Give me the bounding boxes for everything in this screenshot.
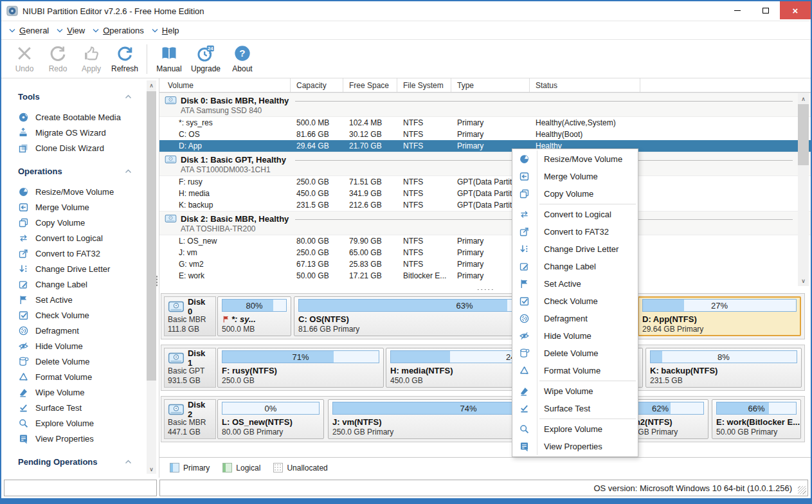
context-menu-item-format-volume[interactable]: Format Volume (512, 362, 638, 379)
table-row[interactable]: F: rusy250.0 GB71.51 GBNTFSGPT(Data Part… (159, 176, 811, 188)
partition-block-sys-res[interactable]: 80% *: sy... 500.0 MB (217, 296, 291, 336)
button-label: Upgrade (191, 64, 221, 73)
table-row-selected[interactable]: D: App29.64 GB21.70 GBNTFSPrimaryHealthy (159, 140, 811, 152)
disk-group-row[interactable]: Disk 0: Basic MBR, Healthy ATA Samsung S… (159, 93, 811, 117)
sidebar-item-change-label[interactable]: Change Label (1, 276, 159, 292)
table-row[interactable]: H: media450.0 GB341.9 GBNTFSGPT(Data Par… (159, 188, 811, 199)
context-menu-item-hide-volume[interactable]: Hide Volume (512, 327, 638, 345)
partition-block-k-backup[interactable]: 8% K: backup(NTFS) 231.5 GB (645, 348, 802, 388)
table-row[interactable]: *: sys_res500.0 MB102.4 MBNTFSPrimaryHea… (159, 117, 811, 129)
minimize-button[interactable] (723, 1, 752, 19)
menu-item-label: Resize/Move Volume (544, 154, 622, 164)
context-menu-item-merge-volume[interactable]: Merge Volume (512, 168, 638, 185)
scroll-up-arrow[interactable]: ∧ (798, 93, 809, 104)
table-row[interactable]: K: backup231.5 GB212.6 GBNTFSGPT(Data Pa… (159, 199, 811, 211)
apply-icon (82, 44, 100, 62)
table-splitter-handle[interactable] (159, 289, 811, 291)
disk-label-block[interactable]: Disk 0 Basic MBR 111.8 GB (164, 296, 216, 336)
partition-block-f-rusy[interactable]: 71% F: rusy(NTFS) 250.0 GB (217, 348, 384, 388)
sidebar-item-convert-to-fat32[interactable]: Convert to FAT32 (1, 246, 159, 261)
sidebar-splitter-handle[interactable] (156, 275, 158, 287)
manual-button[interactable]: Manual (152, 44, 186, 73)
context-menu-item-explore-volume[interactable]: Explore Volume (512, 420, 638, 438)
undo-button[interactable]: Undo (8, 44, 41, 73)
context-menu-item-surface-test[interactable]: Surface Test (512, 400, 638, 417)
table-scrollbar[interactable]: ∧ ∨ (798, 93, 809, 286)
about-button[interactable]: About (226, 44, 259, 73)
context-menu-item-defragment[interactable]: Defragment (512, 310, 638, 327)
sidebar-item-copy-volume[interactable]: Copy Volume (1, 215, 159, 230)
context-menu-item-delete-volume[interactable]: Delete Volume (512, 345, 638, 362)
context-menu-item-change-drive-letter[interactable]: Change Drive Letter (512, 240, 638, 258)
sidebar-item-label: Surface Test (35, 403, 82, 413)
sidebar-section-pending-operations[interactable]: Pending Operations (1, 454, 159, 469)
sidebar-item-explore-volume[interactable]: Explore Volume (1, 415, 159, 431)
column-header-capacity[interactable]: Capacity (291, 78, 343, 92)
context-menu-item-set-active[interactable]: Set Active (512, 275, 638, 292)
table-row[interactable]: J: vm250.0 GB65.00 GBNTFSPrimary (159, 247, 811, 258)
sidebar-section-operations[interactable]: Operations (1, 163, 159, 179)
refresh-button[interactable]: Refresh (108, 44, 141, 73)
column-header-type[interactable]: Type (451, 78, 530, 92)
sidebar-item-defragment[interactable]: Defragment (1, 323, 159, 338)
sidebar-item-clone-disk-wizard[interactable]: Clone Disk Wizard (1, 140, 159, 156)
disk-icon (168, 351, 185, 365)
menu-help[interactable]: Help (152, 26, 187, 35)
scrollbar-thumb[interactable] (147, 91, 156, 381)
sidebar-section-tools[interactable]: Tools (1, 89, 159, 104)
disk-group-row[interactable]: Disk 1: Basic GPT, Healthy ATA ST1000DM0… (159, 152, 811, 176)
table-row[interactable]: C: OS81.66 GB30.12 GBNTFSPrimaryHealthy(… (159, 129, 811, 140)
partition-block-d-app-selected[interactable]: 27% D: App(NTFS) 29.64 GB Primary (638, 296, 801, 336)
partition-block-e-work[interactable]: 66% E: work(Bitlocker E... 50.00 GB Prim… (712, 399, 801, 439)
redo-button[interactable]: Redo (41, 44, 75, 73)
sidebar-scrollbar[interactable]: ∧ ∨ (147, 80, 156, 474)
sidebar-item-wipe-volume[interactable]: Wipe Volume (1, 384, 159, 400)
column-header-status[interactable]: Status (530, 78, 640, 92)
menu-view[interactable]: View (57, 26, 93, 35)
context-menu-item-convert-to-fat32[interactable]: Convert to FAT32 (512, 223, 638, 240)
sidebar-item-change-drive-letter[interactable]: Change Drive Letter (1, 261, 159, 276)
context-menu-item-convert-to-logical[interactable]: Convert to Logical (512, 206, 638, 223)
menu-operations[interactable]: Operations (93, 26, 152, 35)
context-menu-item-resize-move-volume[interactable]: Resize/Move Volume (512, 150, 638, 168)
sidebar-item-hide-volume[interactable]: Hide Volume (1, 338, 159, 354)
resize-grip[interactable] (798, 486, 806, 494)
scroll-down-arrow[interactable]: ∨ (798, 275, 809, 286)
context-menu-item-check-volume[interactable]: Check Volume (512, 292, 638, 310)
app-window: NIUBI Partition Editor v7.2.6 - Free Hom… (0, 0, 812, 504)
column-header-free-space[interactable]: Free Space (343, 78, 397, 92)
apply-button[interactable]: Apply (75, 44, 108, 73)
column-header-file-system[interactable]: File System (397, 78, 451, 92)
disk-label-block[interactable]: Disk 2 Basic MBR 447.1 GB (164, 399, 216, 439)
context-menu-item-wipe-volume[interactable]: Wipe Volume (512, 382, 638, 400)
sidebar-item-label: Convert to FAT32 (35, 249, 100, 258)
menu-general[interactable]: General (9, 26, 57, 35)
sidebar-item-resize-move-volume[interactable]: Resize/Move Volume (1, 184, 159, 199)
column-header-volume[interactable]: Volume (159, 78, 291, 92)
partition-block-l-os-new[interactable]: 0% L: OS_new(NTFS) 80.00 GB Primary (217, 399, 324, 439)
context-menu-item-view-properties[interactable]: View Properties (512, 438, 638, 455)
disk-label-block[interactable]: Disk 1 Basic GPT 931.5 GB (164, 348, 216, 388)
sidebar-item-set-active[interactable]: Set Active (1, 292, 159, 307)
sidebar-item-convert-to-logical[interactable]: Convert to Logical (1, 230, 159, 246)
table-row[interactable]: G: vm267.13 GB25.83 GBNTFSPrimary (159, 258, 811, 270)
scrollbar-thumb[interactable] (798, 104, 809, 165)
scroll-down-arrow[interactable]: ∨ (147, 464, 156, 474)
context-menu-item-copy-volume[interactable]: Copy Volume (512, 185, 638, 203)
sidebar-item-merge-volume[interactable]: Merge Volume (1, 199, 159, 215)
sidebar-item-surface-test[interactable]: Surface Test (1, 400, 159, 415)
table-row[interactable]: L: OS_new80.00 GB79.90 GBNTFSPrimary (159, 235, 811, 247)
sidebar-item-view-properties[interactable]: View Properties (1, 431, 159, 446)
sidebar-item-migrate-os-wizard[interactable]: Migrate OS Wizard (1, 125, 159, 140)
table-row[interactable]: E: work50.00 GB17.21 GBBitlocker E...Pri… (159, 270, 811, 282)
upgrade-button[interactable]: Upgrade (186, 44, 226, 73)
sidebar-item-format-volume[interactable]: Format Volume (1, 369, 159, 384)
disk-group-row[interactable]: Disk 2: Basic MBR, Healthy ATA TOSHIBA-T… (159, 211, 811, 235)
sidebar-item-delete-volume[interactable]: Delete Volume (1, 354, 159, 369)
close-button[interactable]: × (780, 1, 811, 19)
sidebar-item-check-volume[interactable]: Check Volume (1, 307, 159, 323)
sidebar-item-create-bootable-media[interactable]: Create Bootable Media (1, 109, 159, 125)
maximize-button[interactable] (752, 1, 780, 19)
context-menu-item-change-label[interactable]: Change Label (512, 258, 638, 275)
scroll-up-arrow[interactable]: ∧ (147, 80, 156, 90)
